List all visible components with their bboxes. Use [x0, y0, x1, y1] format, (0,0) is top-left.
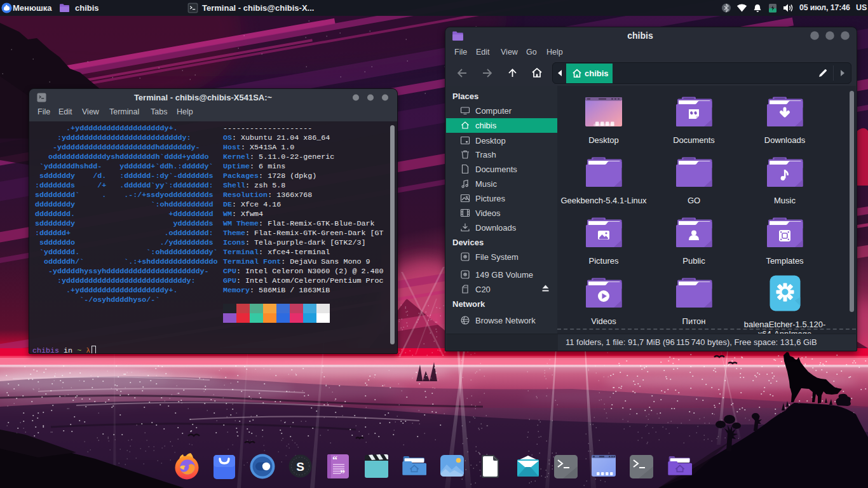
svg-text:”: ” [340, 468, 345, 478]
svg-text:“: “ [332, 454, 337, 465]
svg-text:S: S [296, 460, 304, 473]
